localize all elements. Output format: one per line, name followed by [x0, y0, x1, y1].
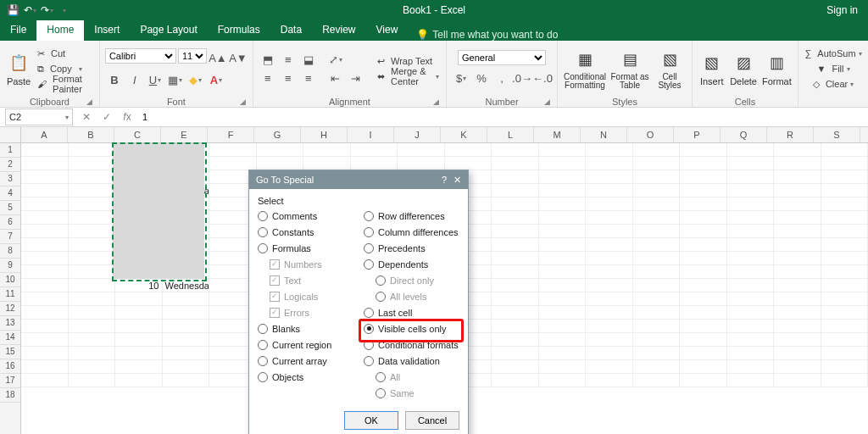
- cell[interactable]: [492, 225, 539, 238]
- radio-comments[interactable]: Comments: [258, 209, 353, 222]
- cell[interactable]: [539, 333, 587, 347]
- row-header[interactable]: 2: [0, 158, 20, 172]
- cell[interactable]: [774, 333, 821, 347]
- redo-icon[interactable]: ↷▾: [41, 4, 53, 16]
- cell[interactable]: [586, 292, 633, 306]
- autosum-button[interactable]: ∑ AutoSum▾: [803, 46, 863, 61]
- cell[interactable]: [21, 360, 69, 374]
- cell[interactable]: [586, 279, 633, 292]
- radio-formulas[interactable]: Formulas: [258, 242, 353, 254]
- sign-in-link[interactable]: Sign in: [816, 4, 868, 16]
- cell[interactable]: [633, 157, 681, 170]
- row-header[interactable]: 18: [0, 388, 20, 403]
- cell[interactable]: [727, 333, 775, 347]
- column-header[interactable]: B: [68, 127, 114, 142]
- number-format-select[interactable]: General: [458, 50, 546, 65]
- cell[interactable]: [445, 143, 492, 157]
- cell[interactable]: [492, 292, 539, 306]
- font-color-button[interactable]: A▾: [207, 70, 225, 89]
- cell[interactable]: [69, 333, 116, 347]
- cell[interactable]: [821, 347, 869, 360]
- cell[interactable]: [821, 157, 869, 170]
- cell[interactable]: [539, 374, 587, 387]
- cell[interactable]: [727, 347, 775, 360]
- tab-home[interactable]: Home: [36, 20, 84, 41]
- cell[interactable]: Wednesday: [163, 184, 210, 198]
- column-header[interactable]: R: [767, 127, 814, 142]
- row-header[interactable]: 5: [0, 201, 20, 215]
- underline-button[interactable]: U▾: [146, 70, 164, 89]
- cell[interactable]: [774, 306, 821, 320]
- launcher-icon[interactable]: ◢: [433, 97, 439, 106]
- cell[interactable]: [774, 374, 821, 387]
- cell[interactable]: [821, 143, 869, 157]
- cell[interactable]: [774, 225, 821, 238]
- cell[interactable]: [69, 184, 116, 198]
- cell[interactable]: [539, 170, 587, 184]
- row-header[interactable]: 3: [0, 172, 20, 186]
- cell[interactable]: [69, 347, 116, 360]
- cell[interactable]: [539, 225, 587, 238]
- cell[interactable]: [727, 238, 775, 252]
- increase-indent-button[interactable]: ⇥: [347, 69, 365, 87]
- cell[interactable]: [586, 265, 633, 279]
- cell[interactable]: [821, 333, 869, 347]
- cell[interactable]: [633, 320, 681, 333]
- cell[interactable]: [727, 198, 775, 211]
- cell[interactable]: [821, 238, 869, 252]
- increase-decimal-button[interactable]: .0→: [513, 69, 531, 87]
- cell[interactable]: [727, 211, 775, 225]
- row-header[interactable]: 4: [0, 186, 20, 201]
- decrease-indent-button[interactable]: ⇤: [326, 69, 345, 87]
- radio-row-differences[interactable]: Row differences: [364, 209, 459, 222]
- tab-insert[interactable]: Insert: [84, 20, 130, 41]
- cell[interactable]: [163, 306, 210, 320]
- cell[interactable]: [821, 320, 869, 333]
- cell[interactable]: Monday: [163, 252, 210, 265]
- tab-file[interactable]: File: [0, 20, 36, 41]
- cell[interactable]: [163, 374, 210, 387]
- cell[interactable]: Saturday: [163, 225, 210, 238]
- shrink-font-button[interactable]: A▼: [229, 48, 248, 67]
- cell[interactable]: [492, 320, 539, 333]
- cell[interactable]: [680, 184, 727, 198]
- cell[interactable]: [586, 225, 633, 238]
- formula-input[interactable]: [141, 111, 314, 123]
- cell[interactable]: [727, 225, 775, 238]
- enter-formula-icon[interactable]: ✓: [100, 111, 114, 123]
- cell[interactable]: [774, 279, 821, 292]
- row-header[interactable]: 6: [0, 215, 20, 230]
- cell[interactable]: [21, 170, 69, 184]
- column-header[interactable]: H: [301, 127, 348, 142]
- cell[interactable]: [115, 143, 163, 157]
- row-header[interactable]: 10: [0, 273, 20, 287]
- cell[interactable]: 8: [115, 252, 163, 265]
- cell[interactable]: [680, 157, 727, 170]
- cell[interactable]: [680, 306, 727, 320]
- cell[interactable]: [539, 306, 587, 320]
- checkbox-errors[interactable]: ✓Errors: [258, 306, 353, 319]
- cell[interactable]: [821, 265, 869, 279]
- cell[interactable]: [774, 198, 821, 211]
- cell[interactable]: [680, 374, 727, 387]
- cell[interactable]: [727, 306, 775, 320]
- cell[interactable]: [539, 320, 587, 333]
- cell[interactable]: [821, 292, 869, 306]
- cell[interactable]: [163, 320, 210, 333]
- cell[interactable]: [774, 184, 821, 198]
- cell[interactable]: [115, 292, 163, 306]
- cell[interactable]: [821, 306, 869, 320]
- row-header[interactable]: 8: [0, 244, 20, 259]
- qat-customize-icon[interactable]: ▾: [58, 4, 70, 16]
- clear-button[interactable]: ◇ Clear▾: [811, 76, 855, 92]
- cell[interactable]: [680, 211, 727, 225]
- cell[interactable]: [680, 292, 727, 306]
- cell[interactable]: [21, 306, 69, 320]
- cell[interactable]: [492, 198, 539, 211]
- cell[interactable]: Tuesday: [163, 170, 210, 184]
- cell[interactable]: [586, 360, 633, 374]
- cell[interactable]: [633, 211, 681, 225]
- cell[interactable]: Thursday: [163, 198, 210, 211]
- percent-button[interactable]: %: [472, 69, 491, 87]
- cell[interactable]: [774, 320, 821, 333]
